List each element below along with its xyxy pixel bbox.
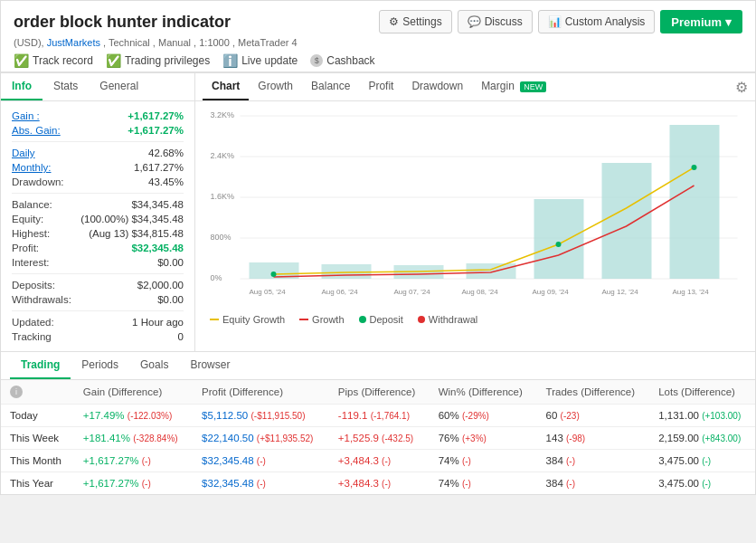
withdrawals-label: Withdrawals: (12, 294, 71, 305)
gain-value: +1,617.27% (128, 110, 184, 121)
growth-line-icon (299, 319, 308, 320)
abs-gain-label[interactable]: Abs. Gain: (12, 125, 61, 136)
legend-withdrawal: Withdrawal (418, 314, 477, 325)
broker-link[interactable]: JustMarkets (47, 37, 100, 48)
col-wins: Win% (Difference) (430, 380, 537, 405)
badges-row: ✅ Track record ✅ Trading privileges ℹ️ L… (14, 53, 742, 68)
main-container: order block hunter indicator ⚙ Settings … (0, 0, 756, 495)
row-pips: +3,484.3 (-) (329, 472, 430, 495)
legend-deposit: Deposit (359, 314, 403, 325)
table-row: Today +17.49% (-122.03%) $5,112.50 (-$11… (1, 405, 755, 427)
chart-tab-balance[interactable]: Balance (302, 73, 359, 100)
bottom-tab-goals[interactable]: Goals (129, 352, 179, 379)
balance-label: Balance: (12, 199, 52, 210)
cashback-icon: $ (310, 54, 323, 67)
svg-text:Aug 06, '24: Aug 06, '24 (322, 288, 359, 296)
gain-label[interactable]: Gain : (12, 110, 40, 121)
svg-rect-16 (670, 125, 720, 279)
row-lots: 3,475.00 (-) (649, 450, 755, 472)
svg-text:800%: 800% (211, 233, 232, 242)
chart-icon: 📊 (548, 15, 562, 28)
bottom-tab-trading[interactable]: Trading (10, 352, 71, 379)
tab-general[interactable]: General (89, 73, 149, 100)
main-content: Info Stats General Gain : +1,617.27% Abs… (1, 72, 755, 351)
chart-tab-margin[interactable]: Margin NEW (472, 73, 555, 100)
chat-icon: 💬 (468, 15, 481, 28)
bottom-panel: Trading Periods Goals Browser i Gain (Di… (1, 351, 755, 494)
bottom-tabs: Trading Periods Goals Browser (1, 352, 755, 380)
col-lots: Lots (Difference) (649, 380, 755, 405)
updated-label: Updated: (12, 317, 54, 328)
daily-label[interactable]: Daily (12, 148, 35, 158)
info-icon[interactable]: i (10, 386, 23, 398)
monthly-label[interactable]: Monthly: (12, 162, 51, 173)
check-icon-2: ✅ (106, 53, 121, 68)
tab-stats[interactable]: Stats (43, 73, 89, 100)
svg-text:Aug 12, '24: Aug 12, '24 (602, 288, 639, 296)
settings-button[interactable]: ⚙ Settings (379, 10, 451, 33)
withdrawals-value: $0.00 (157, 294, 184, 305)
row-label: This Month (1, 450, 74, 472)
trading-table: i Gain (Difference) Profit (Difference) … (1, 380, 755, 494)
svg-point-24 (271, 272, 277, 277)
chart-tab-growth[interactable]: Growth (249, 73, 302, 100)
legend-equity-growth: Equity Growth (210, 314, 285, 325)
chart-settings-icon[interactable]: ⚙ (735, 79, 748, 96)
svg-text:Aug 05, '24: Aug 05, '24 (250, 288, 287, 296)
daily-value: 42.68% (148, 148, 184, 158)
col-trades: Trades (Difference) (537, 380, 650, 405)
tracking-label: Tracking (12, 331, 52, 342)
row-pips: -119.1 (-1,764.1) (329, 405, 430, 427)
balance-value: $34,345.48 (131, 199, 184, 210)
drawdown-label: Drawdown: (12, 176, 64, 187)
drawdown-value: 43.45% (148, 176, 184, 187)
svg-text:Aug 13, '24: Aug 13, '24 (673, 288, 710, 296)
equity-growth-line-icon (210, 319, 219, 320)
info-icon-badge: ℹ️ (222, 53, 238, 68)
row-gain: +181.41% (-328.84%) (74, 427, 193, 450)
legend-growth: Growth (299, 314, 344, 325)
chart-tab-profit[interactable]: Profit (359, 73, 402, 100)
row-lots: 1,131.00 (+103.00) (649, 405, 755, 427)
table-row: This Year +1,617.27% (-) $32,345.48 (-) … (1, 472, 755, 495)
info-tabs: Info Stats General (1, 73, 194, 101)
col-info: i (1, 380, 74, 405)
row-gain: +1,617.27% (-) (74, 472, 193, 495)
row-lots: 2,159.00 (+843.00) (649, 427, 755, 450)
interest-value: $0.00 (157, 257, 184, 268)
row-label: This Week (1, 427, 74, 450)
equity-label: Equity: (12, 214, 43, 224)
badge-live-update: ℹ️ Live update (222, 53, 298, 68)
row-profit: $32,345.48 (-) (193, 450, 329, 472)
discuss-button[interactable]: 💬 Discuss (458, 10, 533, 33)
chart-legend: Equity Growth Growth Deposit Withdrawal (203, 310, 748, 329)
subtitle: (USD), JustMarkets , Technical , Manual … (14, 37, 742, 48)
custom-analysis-button[interactable]: 📊 Custom Analysis (538, 10, 656, 33)
tab-info[interactable]: Info (1, 73, 43, 100)
svg-point-26 (692, 165, 697, 170)
monthly-value: 1,617.27% (134, 162, 184, 173)
interest-label: Interest: (12, 257, 50, 268)
row-pips: +1,525.9 (-432.5) (329, 427, 430, 450)
chart-area: 3.2K% 2.4K% 1.6K% 800% 0% (195, 101, 755, 337)
premium-button[interactable]: Premium ▾ (660, 10, 742, 33)
chart-tab-chart[interactable]: Chart (203, 73, 249, 100)
equity-value: (100.00%) $34,345.48 (80, 214, 184, 224)
chart-tab-drawdown[interactable]: Drawdown (402, 73, 472, 100)
chart-tabs: Chart Growth Balance Profit Drawdown Mar… (203, 73, 555, 100)
abs-gain-value: +1,617.27% (128, 125, 184, 136)
header-actions: ⚙ Settings 💬 Discuss 📊 Custom Analysis P… (379, 10, 742, 33)
bottom-tab-periods[interactable]: Periods (71, 352, 129, 379)
row-label: This Year (1, 472, 74, 495)
header: order block hunter indicator ⚙ Settings … (1, 1, 755, 72)
svg-text:Aug 09, '24: Aug 09, '24 (533, 288, 570, 296)
table-row: This Month +1,617.27% (-) $32,345.48 (-)… (1, 450, 755, 472)
row-lots: 3,475.00 (-) (649, 472, 755, 495)
deposit-dot-icon (359, 316, 366, 323)
profit-value: $32,345.48 (131, 243, 184, 253)
row-profit: $22,140.50 (+$11,935.52) (193, 427, 329, 450)
bottom-tab-browser[interactable]: Browser (179, 352, 241, 379)
svg-rect-13 (467, 263, 516, 279)
row-wins: 76% (+3%) (430, 427, 537, 450)
check-icon-1: ✅ (14, 53, 29, 68)
